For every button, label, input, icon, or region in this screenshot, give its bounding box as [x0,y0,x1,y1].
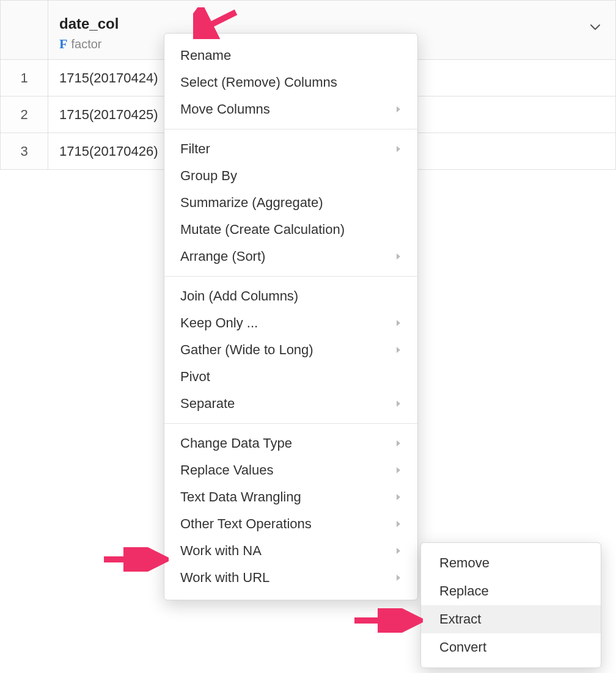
chevron-right-icon [395,520,402,528]
annotation-arrow-icon [100,547,169,572]
submenu-item-label: Extract [439,611,481,627]
submenu-item[interactable]: Replace [421,577,601,605]
chevron-right-icon [395,573,402,582]
menu-item-label: Gather (Wide to Long) [180,342,314,358]
row-number: 3 [1,133,48,170]
menu-item[interactable]: Text Data Wrangling [164,484,417,511]
menu-item-label: Other Text Operations [180,516,312,532]
menu-item-label: Select (Remove) Columns [180,75,337,90]
chevron-right-icon [395,399,402,408]
submenu-item-label: Convert [439,639,486,655]
menu-item[interactable]: Other Text Operations [164,511,417,537]
column-name: date_col [59,15,119,32]
annotation-arrow-icon [351,608,423,633]
menu-item-label: Work with NA [180,543,262,559]
text-wrangling-submenu: RemoveReplaceExtractConvert [420,542,601,668]
menu-item[interactable]: Group By [164,162,417,189]
menu-separator [164,276,417,277]
submenu-item[interactable]: Extract [421,605,601,633]
menu-item[interactable]: Select (Remove) Columns [164,69,417,96]
menu-item-label: Summarize (Aggregate) [180,195,323,211]
menu-item-label: Replace Values [180,462,273,478]
menu-item-label: Mutate (Create Calculation) [180,222,345,238]
chevron-down-icon[interactable] [590,19,601,35]
menu-item[interactable]: Move Columns [164,96,417,123]
chevron-right-icon [395,346,402,354]
menu-item-label: Work with URL [180,570,270,586]
chevron-right-icon [395,145,402,153]
menu-item[interactable]: Rename [164,42,417,69]
row-number: 2 [1,96,48,133]
row-number-header [1,1,48,60]
menu-item[interactable]: Filter [164,136,417,162]
menu-item-label: Rename [180,48,231,64]
menu-item[interactable]: Arrange (Sort) [164,243,417,270]
menu-item[interactable]: Work with NA [164,537,417,564]
chevron-right-icon [395,105,402,114]
submenu-item-label: Remove [439,555,490,571]
chevron-right-icon [395,547,402,555]
menu-item-label: Move Columns [180,101,270,117]
chevron-right-icon [395,493,402,501]
menu-item[interactable]: Separate [164,390,417,417]
menu-item[interactable]: Keep Only ... [164,310,417,336]
menu-item[interactable]: Change Data Type [164,430,417,457]
menu-item-label: Keep Only ... [180,315,258,331]
menu-item-label: Filter [180,141,210,157]
menu-item-label: Change Data Type [180,435,292,451]
menu-item[interactable]: Work with URL [164,564,417,591]
submenu-item[interactable]: Remove [421,549,601,577]
submenu-item[interactable]: Convert [421,633,601,661]
chevron-right-icon [395,252,402,261]
menu-item[interactable]: Summarize (Aggregate) [164,189,417,216]
menu-item-label: Arrange (Sort) [180,249,265,264]
factor-type-icon: F [59,36,67,52]
column-context-menu: RenameSelect (Remove) ColumnsMove Column… [164,33,418,600]
menu-item-label: Pivot [180,369,210,385]
menu-item-label: Separate [180,396,235,412]
menu-item[interactable]: Join (Add Columns) [164,283,417,310]
menu-item-label: Join (Add Columns) [180,288,298,304]
row-number: 1 [1,60,48,96]
menu-item-label: Text Data Wrangling [180,489,301,505]
menu-item[interactable]: Replace Values [164,457,417,484]
menu-item[interactable]: Pivot [164,363,417,390]
chevron-right-icon [395,439,402,448]
menu-separator [164,129,417,129]
column-type-label: factor [71,37,101,51]
menu-separator [164,423,417,424]
chevron-right-icon [395,319,402,327]
menu-item-label: Group By [180,168,237,184]
menu-item[interactable]: Gather (Wide to Long) [164,336,417,363]
submenu-item-label: Replace [439,583,489,599]
chevron-right-icon [395,466,402,475]
menu-item[interactable]: Mutate (Create Calculation) [164,216,417,243]
